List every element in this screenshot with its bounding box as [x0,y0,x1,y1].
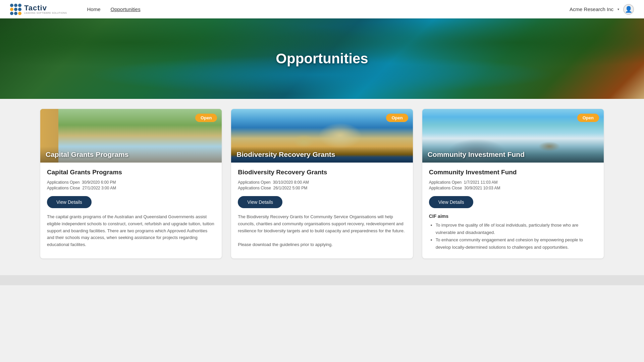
card-badge-open: Open [386,114,408,122]
apps-open-value: 1/7/2021 11:03 AM [464,180,498,185]
apps-close-value: 26/1/2022 5:00 PM [273,186,307,190]
card-image-wrap: Open Community Investment Fund [422,109,604,163]
org-name: Acme Research Inc [570,6,613,12]
cif-aims-item: To enhance community engagement and cohe… [436,236,597,251]
card-2: Open Biodiversity Recovery Grants Biodiv… [231,109,413,258]
card-image-title: Capital Grants Programs [40,146,222,163]
card-image-wrap: Open Biodiversity Recovery Grants [231,109,413,163]
user-avatar[interactable]: 👤 [623,4,634,15]
page-title: Opportunities [276,51,368,67]
cards-section: Open Capital Grants Programs Capital Gra… [0,99,644,272]
nav-opportunities[interactable]: Opportunities [111,6,141,12]
apps-open-label: Applications Open [47,180,79,185]
view-details-button[interactable]: View Details [47,196,92,208]
card-heading: Biodiversity Recovery Grants [238,169,406,176]
apps-close-value: 30/9/2021 10:03 AM [464,186,500,190]
card-badge-open: Open [577,114,599,122]
apps-close-label: Applications Close [47,186,80,190]
card-1: Open Capital Grants Programs Capital Gra… [40,109,222,258]
navbar: Tactiv LEADING SOFTWARE SOLUTIONS Home O… [0,0,644,18]
card-description: The Biodiversity Recovery Grants for Com… [238,214,406,248]
apps-close-value: 27/1/2022 3:00 AM [82,186,116,190]
card-image-wrap: Open Capital Grants Programs [40,109,222,163]
nav-home[interactable]: Home [87,6,100,12]
apps-open-value: 30/10/2020 8:00 AM [273,180,309,185]
card-body: Biodiversity Recovery Grants Application… [231,163,413,256]
logo-sub: LEADING SOFTWARE SOLUTIONS [24,12,67,14]
dropdown-arrow-icon[interactable]: ▾ [618,7,619,11]
cards-grid: Open Capital Grants Programs Capital Gra… [40,109,604,258]
card-badge-open: Open [195,114,217,122]
logo-main: Tactiv [24,4,67,12]
card-apps-open: Applications Open 30/9/2020 6:00 PM [47,180,215,185]
view-details-button[interactable]: View Details [429,196,474,208]
main-nav: Home Opportunities [87,6,140,12]
apps-open-value: 30/9/2020 6:00 PM [82,180,116,185]
apps-close-label: Applications Close [429,186,462,190]
apps-close-label: Applications Close [238,186,271,190]
card-heading: Capital Grants Programs [47,169,215,176]
logo-text: Tactiv LEADING SOFTWARE SOLUTIONS [24,4,67,14]
apps-open-label: Applications Open [238,180,270,185]
cif-aims-item: To improve the quality of life of local … [436,222,597,236]
card-3: Open Community Investment Fund Community… [422,109,604,258]
card-body: Community Investment Fund Applications O… [422,163,604,258]
footer-bar [0,275,644,285]
cif-aims-title: CIF aims [429,214,597,219]
navbar-right: Acme Research Inc ▾ 👤 [570,4,634,15]
card-body: Capital Grants Programs Applications Ope… [40,163,222,256]
cif-aims-list: To improve the quality of life of local … [429,222,597,251]
card-apps-close: Applications Close 27/1/2022 3:00 AM [47,186,215,190]
card-heading: Community Investment Fund [429,169,597,176]
apps-open-label: Applications Open [429,180,462,185]
logo-grid [10,4,21,15]
card-image-title: Biodiversity Recovery Grants [231,146,413,163]
card-apps-close: Applications Close 30/9/2021 10:03 AM [429,186,597,190]
card-apps-open: Applications Open 30/10/2020 8:00 AM [238,180,406,185]
hero-section: Opportunities [0,18,644,99]
logo[interactable]: Tactiv LEADING SOFTWARE SOLUTIONS [10,4,67,15]
card-apps-open: Applications Open 1/7/2021 11:03 AM [429,180,597,185]
card-image-title: Community Investment Fund [422,146,604,163]
view-details-button[interactable]: View Details [238,196,282,208]
card-apps-close: Applications Close 26/1/2022 5:00 PM [238,186,406,190]
card-description: The capital grants programs of the Austr… [47,214,215,248]
